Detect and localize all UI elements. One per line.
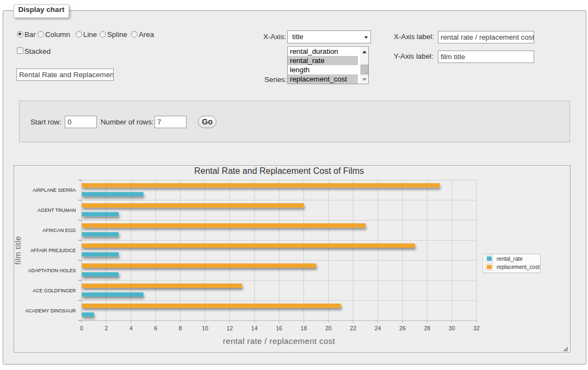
svg-text:AFRICAN EGG: AFRICAN EGG [42, 228, 76, 233]
svg-text:20: 20 [325, 325, 332, 331]
svg-text:2: 2 [104, 325, 108, 331]
svg-text:AFFAIR PREJUDICE: AFFAIR PREJUDICE [30, 248, 76, 253]
svg-text:26: 26 [399, 325, 406, 331]
svg-text:32: 32 [473, 325, 480, 331]
svg-text:28: 28 [424, 325, 430, 331]
svg-text:10: 10 [202, 325, 208, 331]
svg-text:30: 30 [449, 325, 455, 331]
svg-text:6: 6 [154, 325, 157, 331]
svg-text:rental rate / replacement cost: rental rate / replacement cost [223, 336, 336, 346]
svg-text:ADAPTATION HOLES: ADAPTATION HOLES [28, 268, 76, 273]
svg-text:0: 0 [80, 325, 83, 331]
svg-text:AIRPLANE SIERRA: AIRPLANE SIERRA [33, 187, 76, 193]
svg-text:18: 18 [301, 325, 307, 331]
svg-text:22: 22 [350, 325, 356, 331]
svg-text:8: 8 [179, 325, 182, 331]
svg-text:rental_rate: rental_rate [497, 256, 523, 262]
svg-text:14: 14 [251, 325, 258, 331]
svg-text:AGENT TRUMAN: AGENT TRUMAN [38, 208, 76, 213]
svg-text:16: 16 [276, 325, 282, 331]
svg-text:ACE GOLDFINGER: ACE GOLDFINGER [33, 288, 76, 293]
svg-text:4: 4 [129, 325, 133, 331]
svg-text:replacement_cost: replacement_cost [497, 264, 540, 270]
svg-text:ACADEMY DINOSAUR: ACADEMY DINOSAUR [25, 308, 76, 313]
svg-text:film title: film title [14, 236, 22, 265]
svg-text:24: 24 [375, 325, 381, 331]
svg-text:Rental Rate and Replacement Co: Rental Rate and Replacement Cost of Film… [194, 166, 364, 175]
svg-text:12: 12 [226, 325, 233, 331]
